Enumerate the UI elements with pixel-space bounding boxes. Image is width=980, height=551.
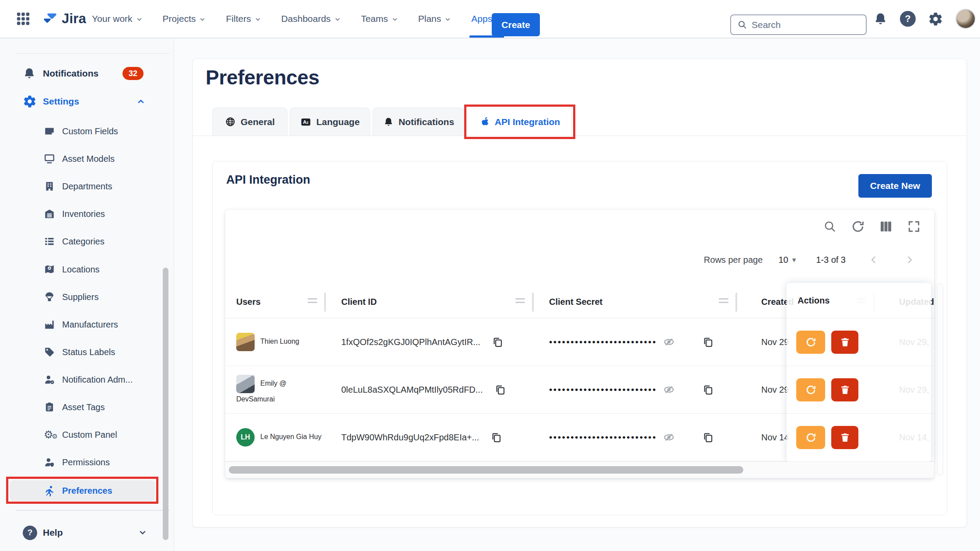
copy-icon[interactable] <box>702 432 714 443</box>
regenerate-token-button[interactable] <box>796 331 825 354</box>
sidebar-item-asset-tags[interactable]: Asset Tags <box>0 395 174 419</box>
person-shield-icon <box>44 457 55 468</box>
create-button[interactable]: Create <box>492 13 540 36</box>
chevron-down-icon <box>444 16 451 23</box>
avatar: LH <box>236 428 255 446</box>
sidebar-divider <box>16 53 170 54</box>
eye-slash-icon[interactable] <box>663 384 675 396</box>
table-search-icon[interactable] <box>823 220 837 234</box>
avatar <box>236 333 255 351</box>
rows-per-page-select[interactable]: 10 ▾ <box>778 255 796 265</box>
horizontal-scrollbar-thumb[interactable] <box>229 466 743 474</box>
copy-icon[interactable] <box>494 384 506 396</box>
menu-projects[interactable]: Projects <box>163 0 206 38</box>
search-input[interactable] <box>752 20 852 30</box>
copy-icon[interactable] <box>702 336 714 348</box>
table-fullscreen-icon[interactable] <box>907 220 921 234</box>
sidebar-item-status-labels[interactable]: Status Labels <box>0 340 174 364</box>
sidebar-item-permissions[interactable]: Permissions <box>0 450 174 474</box>
column-resize-handle[interactable] <box>719 298 728 303</box>
column-header-client-secret[interactable]: Client Secret <box>534 286 737 318</box>
bell-icon <box>383 117 394 127</box>
table-refresh-icon[interactable] <box>851 220 865 234</box>
settings-gear-icon[interactable] <box>928 11 943 27</box>
factory-icon <box>44 319 55 330</box>
menu-filters[interactable]: Filters <box>226 0 261 38</box>
eye-slash-icon[interactable] <box>663 431 675 443</box>
client-id-cell: TdpW90WhRdu9gUq2xFpd8EIa+... <box>326 414 534 461</box>
sidebar-item-help[interactable]: Help <box>0 520 174 545</box>
help-icon[interactable] <box>900 11 916 27</box>
column-resize-handle[interactable] <box>308 298 317 303</box>
tag-icon <box>44 346 55 358</box>
delete-token-button[interactable] <box>831 378 858 401</box>
chevron-down-icon <box>138 528 147 537</box>
tab-notifications[interactable]: Notifications <box>372 108 465 136</box>
global-search[interactable] <box>730 14 867 35</box>
runner-icon <box>44 485 56 497</box>
sidebar-item-settings[interactable]: Settings <box>0 89 174 114</box>
menu-teams[interactable]: Teams <box>361 0 398 38</box>
gears-icon: ⚙⚙ <box>44 429 58 440</box>
delete-token-button[interactable] <box>831 331 858 354</box>
notifications-bell-icon[interactable] <box>873 12 888 26</box>
copy-icon[interactable] <box>490 432 502 443</box>
svg-text:z: z <box>307 120 309 125</box>
column-header-users[interactable]: Users <box>225 286 326 318</box>
sidebar-item-notifications[interactable]: Notifications 32 <box>0 61 174 86</box>
sidebar-item-departments[interactable]: Departments <box>0 174 174 199</box>
chevron-up-icon <box>136 97 145 106</box>
sidebar-item-asset-models[interactable]: Asset Models <box>0 146 174 171</box>
chevron-down-icon <box>199 16 206 23</box>
chevron-down-icon <box>334 16 341 23</box>
user-cell: Thien Luong <box>225 333 326 351</box>
app-switcher-icon[interactable] <box>15 10 32 27</box>
tab-api-integration[interactable]: API Integration <box>467 108 572 136</box>
vertical-scrollbar-track[interactable] <box>937 283 943 476</box>
tab-language[interactable]: Az Language <box>290 108 370 136</box>
sidebar-item-custom-fields[interactable]: Custom Fields <box>0 119 174 143</box>
regenerate-token-button[interactable] <box>796 378 825 401</box>
actions-row <box>787 366 931 414</box>
create-new-button[interactable]: Create New <box>858 174 932 198</box>
previous-page-icon[interactable] <box>868 255 879 265</box>
table-columns-icon[interactable] <box>879 220 893 234</box>
user-avatar[interactable] <box>956 9 976 29</box>
help-circle-icon <box>23 526 37 540</box>
sidebar-bottom-divider <box>16 510 170 511</box>
horizontal-scrollbar <box>225 461 934 478</box>
notifications-badge: 32 <box>122 67 144 80</box>
sidebar: Notifications 32 Settings Custom Fields … <box>0 38 174 551</box>
sidebar-item-custom-panel[interactable]: ⚙⚙ Custom Panel <box>0 422 174 447</box>
list-icon <box>44 236 55 247</box>
column-resize-handle[interactable] <box>515 298 525 303</box>
client-secret-cell: ••••••••••••••••••••••••• <box>534 318 737 366</box>
jira-logo[interactable]: Jira <box>41 10 86 27</box>
section-title: API Integration <box>226 173 310 187</box>
next-page-icon[interactable] <box>904 255 915 265</box>
menu-plans[interactable]: Plans <box>418 0 452 38</box>
menu-dashboards[interactable]: Dashboards <box>281 0 341 38</box>
sidebar-item-manufacturers[interactable]: Manufacturers <box>0 312 174 337</box>
eye-slash-icon[interactable] <box>663 336 675 348</box>
delete-token-button[interactable] <box>831 426 858 449</box>
top-navigation: Jira Your work Projects Filters Dashboar… <box>0 0 980 38</box>
menu-your-work[interactable]: Your work <box>92 0 143 38</box>
sidebar-item-notification-admin[interactable]: Notification Adm... <box>0 367 174 392</box>
dropdown-caret-icon: ▾ <box>792 255 796 265</box>
sidebar-item-preferences[interactable]: Preferences <box>0 478 174 503</box>
sidebar-item-categories[interactable]: Categories <box>0 229 174 254</box>
parachute-box-icon <box>44 291 55 303</box>
search-icon <box>737 20 747 30</box>
copy-icon[interactable] <box>492 336 504 348</box>
tab-general[interactable]: General <box>212 108 287 136</box>
column-header-client-id[interactable]: Client ID <box>326 286 534 318</box>
copy-icon[interactable] <box>702 384 714 396</box>
sidebar-item-locations[interactable]: Locations <box>0 257 174 282</box>
user-cell: Emily @ DevSamurai <box>225 375 326 405</box>
sidebar-item-inventories[interactable]: Inventories <box>0 202 174 226</box>
regenerate-token-button[interactable] <box>796 426 825 449</box>
actions-row <box>787 414 931 461</box>
sidebar-scrollbar[interactable] <box>163 268 168 540</box>
sidebar-item-suppliers[interactable]: Suppliers <box>0 285 174 309</box>
